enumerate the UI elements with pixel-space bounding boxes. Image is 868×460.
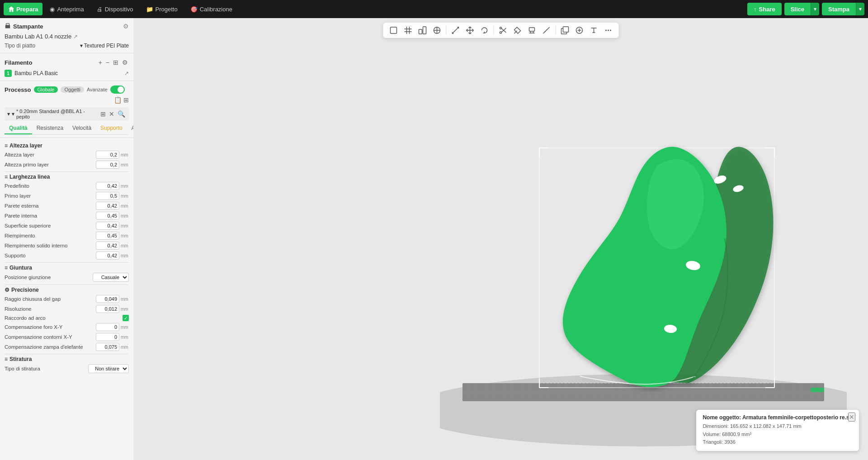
- vt-cube-icon[interactable]: [387, 24, 400, 36]
- vt-more-icon[interactable]: [601, 24, 615, 36]
- input-comp-zampa[interactable]: [96, 343, 119, 351]
- plate-type-row: Tipo di piatto ▾ Textured PEI Plate: [5, 41, 129, 50]
- input-superficie-superiore[interactable]: [96, 222, 119, 230]
- vt-clone-icon[interactable]: [558, 24, 571, 36]
- input-supporto-width[interactable]: [96, 251, 119, 260]
- filament-add-button[interactable]: +: [98, 58, 103, 67]
- profile-copy-button[interactable]: ⊞: [99, 109, 107, 119]
- filament-title: Filamento: [5, 59, 32, 66]
- setting-riempimento-solido: Riempimento solido interno mm: [5, 241, 129, 251]
- input-altezza-primo-layer[interactable]: [96, 161, 119, 169]
- process-tag-objects[interactable]: Oggetti: [61, 86, 84, 93]
- setting-comp-contorni: Compensazione contorni X-Y mm: [5, 332, 129, 342]
- printer-external-icon[interactable]: ↗: [73, 33, 78, 40]
- tab-resistenza[interactable]: Resistenza: [32, 123, 68, 134]
- vt-support-icon[interactable]: [525, 24, 538, 36]
- setting-primo-layer: Primo layer mm: [5, 191, 129, 201]
- project-button[interactable]: 📁 Progetto: [141, 3, 183, 15]
- 3d-object[interactable]: [562, 147, 773, 387]
- slice-dropdown-button[interactable]: ▾: [811, 3, 819, 15]
- slice-button-group: Slice ▾: [784, 3, 819, 15]
- slice-button[interactable]: Slice: [784, 3, 811, 15]
- sidebar: Stampante ⚙ Bambu Lab A1 0.4 nozzle ↗ Ti…: [0, 18, 133, 460]
- device-button[interactable]: 🖨 Dispositivo: [91, 3, 139, 15]
- setting-posizione-giunzione: Posizione giunzione Casuale: [5, 272, 129, 283]
- filament-copy-button[interactable]: ⊞: [112, 58, 119, 67]
- setting-raccordo-arco: Raccordo ad arco: [5, 314, 129, 322]
- input-altezza-layer[interactable]: [96, 151, 119, 159]
- filament-remove-button[interactable]: −: [105, 58, 110, 67]
- input-predefinito[interactable]: [96, 182, 119, 190]
- printer-name[interactable]: Bambu Lab A1 0.4 nozzle ↗: [5, 33, 78, 40]
- preview-button[interactable]: ◉ Anteprima: [44, 3, 89, 15]
- vt-cut-icon[interactable]: [496, 24, 509, 36]
- viewport[interactable]: ✕ Nome oggetto: Armatura femminile-corpe…: [133, 18, 868, 460]
- group-precisione: ⚙ Precisione: [5, 285, 129, 294]
- plate-value[interactable]: ▾ Textured PEI Plate: [80, 43, 129, 49]
- svg-point-11: [500, 27, 501, 29]
- svg-point-18: [610, 30, 611, 31]
- filament-header: Filamento + − ⊞ ⚙: [5, 56, 129, 69]
- vt-grid-icon[interactable]: [401, 24, 415, 36]
- tab-supporto[interactable]: Supporto: [96, 123, 127, 134]
- input-risoluzione[interactable]: [96, 305, 119, 313]
- vt-move-icon[interactable]: [463, 24, 476, 36]
- tab-qualita[interactable]: Qualità: [5, 123, 32, 134]
- filament-number-badge: 1: [5, 70, 12, 77]
- printer-section: Stampante ⚙ Bambu Lab A1 0.4 nozzle ↗ Ti…: [0, 18, 133, 53]
- profile-close-button[interactable]: ✕: [108, 109, 115, 119]
- vt-orient-icon[interactable]: [430, 24, 443, 36]
- filament-settings-button[interactable]: ⚙: [121, 58, 129, 67]
- print-dropdown-button[interactable]: ▾: [856, 3, 864, 15]
- process-advanced-toggle[interactable]: [110, 85, 125, 94]
- select-tipo-stiratura[interactable]: Non stirare: [88, 364, 129, 373]
- vt-modifier-icon[interactable]: [572, 24, 586, 36]
- vt-paint-icon[interactable]: [510, 24, 524, 36]
- input-comp-foro-xy[interactable]: [96, 323, 119, 331]
- vt-text-icon[interactable]: [587, 24, 600, 36]
- setting-altezza-primo-layer: Altezza primo layer mm: [5, 160, 129, 170]
- filament-actions: + − ⊞ ⚙: [98, 58, 129, 67]
- info-dimensions: Dimensioni: 165.652 x 112.082 x 147.71 m…: [703, 422, 853, 431]
- tab-velocita[interactable]: Velocità: [68, 123, 96, 134]
- calibration-button[interactable]: 🎯 Calibrazione: [185, 3, 238, 15]
- input-riempimento-solido[interactable]: [96, 242, 119, 250]
- profile-row: ▾ ▾ * 0.20mm Standard @BBL A1 - pepito ⊞…: [5, 107, 129, 121]
- printer-gear-icon[interactable]: ⚙: [123, 23, 129, 30]
- home-button[interactable]: Prepara: [4, 3, 42, 15]
- group-larghezza-linea: ≡ Larghezza linea: [5, 171, 129, 181]
- setting-parete-esterna: Parete esterna mm: [5, 201, 129, 211]
- vt-divider-3: [555, 26, 556, 35]
- filament-external-icon[interactable]: ↗: [124, 70, 129, 76]
- vt-rotate-icon[interactable]: [477, 24, 491, 36]
- input-comp-contorni[interactable]: [96, 333, 119, 341]
- share-button[interactable]: ↑ Share: [747, 3, 782, 15]
- profile-search-button[interactable]: 🔍: [117, 109, 126, 119]
- filament-item-row: 1 Bambu PLA Basic ↗: [5, 69, 129, 78]
- input-parete-interna[interactable]: [96, 212, 119, 220]
- printer-section-header: Stampante ⚙: [5, 21, 129, 32]
- main-content: Stampante ⚙ Bambu Lab A1 0.4 nozzle ↗ Ti…: [0, 18, 868, 460]
- vt-scale-icon[interactable]: [448, 24, 462, 36]
- vt-arrange-icon[interactable]: [415, 24, 429, 36]
- vt-measure-icon[interactable]: [539, 24, 553, 36]
- 3d-scene: [133, 18, 868, 460]
- input-parete-esterna[interactable]: [96, 202, 119, 210]
- profile-actions: ⊞ ✕ 🔍: [99, 109, 126, 119]
- process-copy-icon[interactable]: 📋: [114, 96, 122, 104]
- process-expand-icon[interactable]: ⊞: [123, 96, 129, 104]
- input-raggio-chiusura[interactable]: [96, 295, 119, 303]
- tab-altro[interactable]: Altro: [127, 123, 133, 134]
- info-close-button[interactable]: ✕: [848, 413, 855, 422]
- checkbox-raccordo-arco[interactable]: [123, 315, 129, 321]
- input-riempimento[interactable]: [96, 232, 119, 240]
- process-tag-global[interactable]: Globale: [34, 86, 58, 93]
- setting-risoluzione: Risoluzione mm: [5, 304, 129, 314]
- print-button[interactable]: Stampa: [822, 3, 856, 15]
- settings-panel: ≡ Altezza layer Altezza layer mm Altezza…: [0, 138, 133, 460]
- input-primo-layer[interactable]: [96, 192, 119, 200]
- select-posizione-giunzione[interactable]: Casuale: [93, 273, 129, 282]
- setting-superficie-superiore: Superficie superiore mm: [5, 221, 129, 231]
- filament-section: Filamento + − ⊞ ⚙ 1 Bambu PLA Basic ↗: [0, 53, 133, 81]
- svg-rect-12: [529, 28, 534, 31]
